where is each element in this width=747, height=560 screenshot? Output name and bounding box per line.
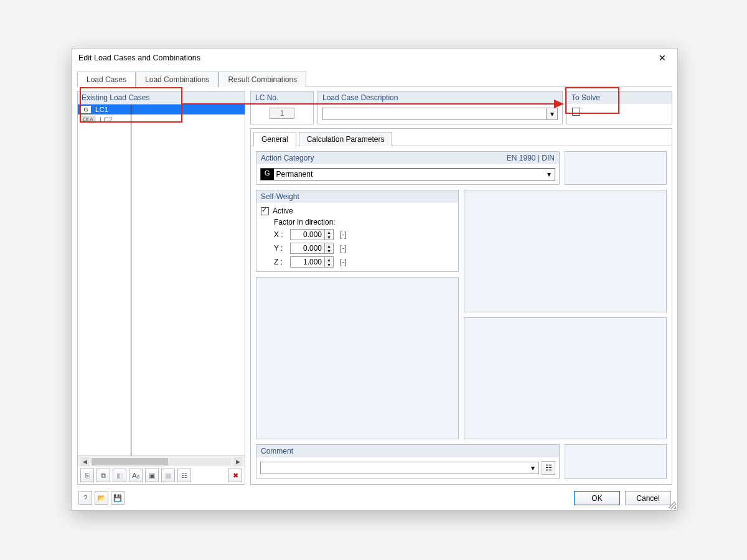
existing-load-cases-panel: Existing Load Cases G LC1 Qi A LC2 ◀ — [77, 91, 245, 485]
chevron-down-icon[interactable]: ▾ — [547, 108, 558, 120]
comment-combo: ▾ — [260, 462, 539, 474]
comment-section: Comment ▾ ☷ — [256, 444, 560, 479]
load-case-list[interactable]: G LC1 Qi A LC2 — [78, 105, 245, 455]
action-category-norm: EN 1990 | DIN — [507, 154, 555, 162]
comment-input[interactable] — [261, 462, 527, 474]
tosolve-group: To Solve — [566, 91, 672, 124]
unit-label: [-] — [340, 244, 347, 253]
dialog-bottom-bar: ? 📂 💾 OK Cancel — [77, 487, 672, 505]
help-button[interactable]: ? — [78, 491, 92, 505]
close-button[interactable]: ✕ — [654, 51, 671, 65]
side-placeholder — [565, 444, 667, 479]
factor-row-y: Y : ▲▼ [-] — [260, 243, 454, 254]
axis-label: Y : — [274, 244, 286, 253]
tab-general[interactable]: General — [253, 132, 296, 146]
spin-down-icon[interactable]: ▼ — [325, 262, 333, 267]
unit-label: [-] — [340, 258, 347, 266]
titlebar: Edit Load Cases and Combinations ✕ — [72, 49, 677, 70]
left-panel-header: Existing Load Cases — [78, 91, 245, 105]
scroll-track[interactable] — [92, 458, 231, 465]
tab-calc-params[interactable]: Calculation Parameters — [299, 132, 393, 146]
action-category-value[interactable] — [274, 169, 543, 180]
scroll-thumb[interactable] — [92, 458, 168, 465]
placeholder-box — [256, 277, 459, 439]
main-tabs: Load Cases Load Combinations Result Comb… — [77, 71, 672, 87]
axis-label: X : — [274, 230, 286, 239]
spin-up-icon[interactable]: ▲ — [325, 230, 333, 235]
cancel-button[interactable]: Cancel — [625, 491, 671, 505]
left-header-label: Existing Load Cases — [78, 91, 245, 105]
spin-up-icon[interactable]: ▲ — [325, 243, 333, 248]
lcdesc-input[interactable] — [322, 108, 547, 120]
self-weight-label: Self-Weight — [261, 192, 299, 201]
spin-down-icon[interactable]: ▼ — [325, 235, 333, 240]
open-button[interactable]: 📂 — [95, 491, 108, 505]
scroll-right-icon[interactable]: ▶ — [233, 457, 242, 466]
load-case-row[interactable]: Qi A LC2 — [78, 114, 245, 124]
delete-button[interactable]: ✖ — [228, 469, 242, 482]
window-title: Edit Load Cases and Combinations — [78, 54, 200, 62]
placeholder-box — [464, 190, 667, 312]
horizontal-scrollbar[interactable]: ◀ ▶ — [78, 455, 245, 467]
chevron-down-icon[interactable]: ▾ — [543, 169, 555, 180]
factor-y-input[interactable] — [290, 243, 325, 254]
factor-y-spinner[interactable]: ▲▼ — [290, 243, 334, 254]
lcno-group: LC No. — [250, 91, 314, 124]
dialog-window: Edit Load Cases and Combinations ✕ Load … — [72, 48, 678, 511]
load-case-name: LC1 — [95, 106, 108, 113]
tab-load-combinations[interactable]: Load Combinations — [136, 72, 218, 87]
spin-down-icon[interactable]: ▼ — [325, 248, 333, 253]
copy-loadcase-button[interactable]: ⧉ — [96, 469, 110, 482]
save-button[interactable]: 💾 — [111, 491, 125, 505]
unit-label: [-] — [340, 230, 347, 239]
lcdesc-combo: ▾ — [322, 108, 558, 120]
top-fields-row: LC No. Load Case Description ▾ — [250, 91, 672, 124]
tree-button[interactable]: ☷ — [177, 469, 191, 482]
self-weight-active-checkbox[interactable] — [261, 207, 269, 215]
factor-row-z: Z : ▲▼ [-] — [260, 256, 454, 268]
column-divider[interactable] — [131, 105, 131, 455]
factor-direction-label: Factor in direction: — [260, 218, 454, 226]
chevron-down-icon[interactable]: ▾ — [527, 462, 538, 474]
lcdesc-group: Load Case Description ▾ — [317, 91, 563, 124]
rename-button[interactable]: Aᵦ — [129, 469, 143, 482]
tab-result-combinations[interactable]: Result Combinations — [218, 72, 306, 87]
tab-load-cases[interactable]: Load Cases — [77, 72, 136, 87]
factor-z-spinner[interactable]: ▲▼ — [290, 256, 334, 268]
left-toolbar: ⎘ ⧉ ◧ Aᵦ ▣ ▦ ☷ ✖ — [78, 467, 245, 484]
general-tab-body: Action Category EN 1990 | DIN G ▾ — [251, 146, 672, 484]
factor-x-spinner[interactable]: ▲▼ — [290, 229, 334, 240]
factor-z-input[interactable] — [290, 256, 325, 268]
action-category-section: Action Category EN 1990 | DIN G ▾ — [256, 151, 560, 185]
main-area: Existing Load Cases G LC1 Qi A LC2 ◀ — [77, 87, 672, 485]
ok-button[interactable]: OK — [574, 491, 620, 505]
spin-up-icon[interactable]: ▲ — [325, 257, 333, 262]
shift-button[interactable]: ◧ — [113, 469, 126, 482]
factor-x-input[interactable] — [290, 229, 325, 240]
self-weight-section: Self-Weight Active Factor in direction: — [256, 190, 459, 272]
new-loadcase-button[interactable]: ⎘ — [80, 469, 94, 482]
right-panel: LC No. Load Case Description ▾ — [250, 91, 672, 485]
tosolve-checkbox[interactable] — [572, 108, 580, 116]
comment-label: Comment — [261, 447, 293, 455]
load-case-row[interactable]: G LC1 — [78, 105, 245, 114]
load-case-name: LC2 — [100, 116, 113, 123]
action-category-label: Action Category — [261, 154, 314, 162]
grid-button[interactable]: ▦ — [161, 469, 175, 482]
lcno-input[interactable] — [270, 108, 294, 119]
action-category-tag: G — [261, 169, 274, 180]
axis-label: Z : — [274, 258, 286, 266]
lcno-label: LC No. — [251, 91, 313, 104]
resize-grip[interactable] — [669, 502, 676, 509]
lcdesc-label: Load Case Description — [318, 91, 562, 104]
action-category-combo[interactable]: G ▾ — [260, 168, 555, 180]
details-panel: General Calculation Parameters Action Ca… — [250, 128, 672, 485]
scroll-left-icon[interactable]: ◀ — [80, 457, 89, 466]
load-case-tag: Qi A — [80, 116, 96, 123]
side-placeholder — [565, 151, 667, 185]
placeholder-box — [464, 317, 667, 440]
check-button[interactable]: ▣ — [145, 469, 159, 482]
comment-pick-button[interactable]: ☷ — [542, 461, 555, 475]
tosolve-label: To Solve — [567, 91, 672, 104]
dialog-body: Load Cases Load Combinations Result Comb… — [72, 70, 677, 510]
